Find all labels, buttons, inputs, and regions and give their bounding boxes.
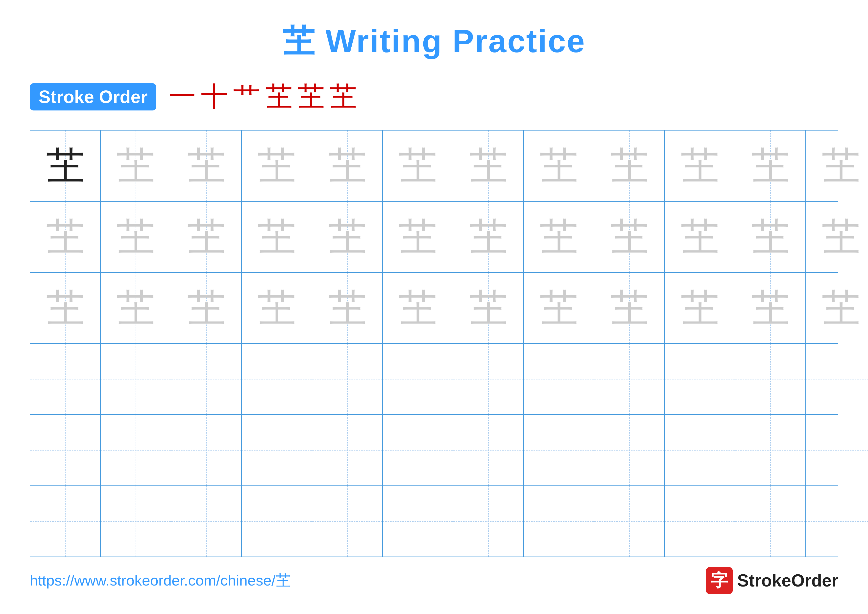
grid-cell[interactable] <box>101 415 171 485</box>
grid-cell[interactable]: 芏 <box>242 202 312 272</box>
cell-char: 芏 <box>187 218 225 256</box>
logo-label: StrokeOrder <box>737 570 838 591</box>
grid-cell[interactable] <box>171 415 242 485</box>
cell-char: 芏 <box>751 147 790 185</box>
grid-cell[interactable] <box>665 344 735 414</box>
grid-cell[interactable] <box>383 486 453 556</box>
grid-cell[interactable]: 芏 <box>101 273 171 343</box>
grid-cell[interactable]: 芏 <box>383 131 453 201</box>
grid-cell[interactable] <box>594 344 665 414</box>
title-char: 芏 <box>282 23 315 59</box>
grid-cell[interactable]: 芏 <box>171 202 242 272</box>
stroke-4: 芏 <box>265 78 293 115</box>
grid-cell[interactable]: 芏 <box>665 202 735 272</box>
grid-cell[interactable]: 芏 <box>101 202 171 272</box>
grid-cell[interactable]: 芏 <box>312 202 383 272</box>
grid-cell[interactable]: 芏 <box>524 273 594 343</box>
grid-cell[interactable]: 芏 <box>30 202 101 272</box>
grid-cell[interactable]: 芏 <box>594 273 665 343</box>
grid-cell[interactable]: 芏 <box>524 131 594 201</box>
grid-cell[interactable]: 芏 <box>806 273 868 343</box>
grid-row: 芏芏芏芏芏芏芏芏芏芏芏芏芏 <box>30 202 838 273</box>
footer: https://www.strokeorder.com/chinese/芏 字 … <box>30 567 838 594</box>
grid-cell[interactable] <box>171 486 242 556</box>
grid-cell[interactable]: 芏 <box>735 131 806 201</box>
cell-char: 芏 <box>681 289 719 327</box>
grid-cell[interactable]: 芏 <box>383 202 453 272</box>
grid-cell[interactable]: 芏 <box>312 273 383 343</box>
grid-cell[interactable] <box>101 486 171 556</box>
grid-cell[interactable]: 芏 <box>735 273 806 343</box>
grid-cell[interactable] <box>242 415 312 485</box>
stroke-order-row: Stroke Order 一 十 艹 芏 芏 芏 <box>30 78 838 115</box>
grid-cell[interactable] <box>806 486 868 556</box>
grid-cell[interactable] <box>242 344 312 414</box>
cell-char: 芏 <box>328 147 366 185</box>
grid-cell[interactable] <box>806 415 868 485</box>
grid-cell[interactable] <box>665 486 735 556</box>
grid-row <box>30 415 838 486</box>
grid-cell[interactable] <box>312 344 383 414</box>
grid-cell[interactable]: 芏 <box>171 273 242 343</box>
grid-cell[interactable]: 芏 <box>30 273 101 343</box>
grid-cell[interactable]: 芏 <box>594 131 665 201</box>
cell-char: 芏 <box>610 218 648 256</box>
grid-cell[interactable] <box>383 344 453 414</box>
grid-cell[interactable] <box>453 486 524 556</box>
grid-cell[interactable] <box>594 486 665 556</box>
cell-char: 芏 <box>257 218 296 256</box>
grid-cell[interactable]: 芏 <box>665 131 735 201</box>
grid-cell[interactable] <box>806 344 868 414</box>
grid-cell[interactable]: 芏 <box>665 273 735 343</box>
grid-cell[interactable]: 芏 <box>30 131 101 201</box>
cell-char: 芏 <box>610 147 648 185</box>
grid-cell[interactable]: 芏 <box>524 202 594 272</box>
stroke-order-badge: Stroke Order <box>30 83 157 110</box>
footer-url[interactable]: https://www.strokeorder.com/chinese/芏 <box>30 570 290 591</box>
title-text: Writing Practice <box>326 23 586 59</box>
grid-cell[interactable]: 芏 <box>594 202 665 272</box>
grid-cell[interactable]: 芏 <box>453 273 524 343</box>
grid-cell[interactable] <box>30 415 101 485</box>
practice-grid: 芏芏芏芏芏芏芏芏芏芏芏芏芏芏芏芏芏芏芏芏芏芏芏芏芏芏芏芏芏芏芏芏芏芏芏芏芏芏芏 <box>30 130 838 557</box>
stroke-6: 芏 <box>330 78 357 115</box>
cell-char: 芏 <box>539 218 578 256</box>
grid-cell[interactable] <box>665 415 735 485</box>
grid-cell[interactable]: 芏 <box>453 131 524 201</box>
grid-cell[interactable]: 芏 <box>101 131 171 201</box>
cell-char: 芏 <box>116 289 155 327</box>
grid-cell[interactable] <box>524 344 594 414</box>
grid-cell[interactable] <box>453 415 524 485</box>
grid-cell[interactable] <box>30 344 101 414</box>
grid-cell[interactable] <box>101 344 171 414</box>
grid-cell[interactable]: 芏 <box>171 131 242 201</box>
grid-cell[interactable] <box>383 415 453 485</box>
grid-cell[interactable]: 芏 <box>242 131 312 201</box>
grid-cell[interactable]: 芏 <box>312 131 383 201</box>
stroke-5: 芏 <box>298 78 325 115</box>
grid-cell[interactable]: 芏 <box>242 273 312 343</box>
grid-cell[interactable] <box>453 344 524 414</box>
grid-cell[interactable] <box>171 344 242 414</box>
grid-cell[interactable] <box>735 415 806 485</box>
grid-cell[interactable] <box>312 415 383 485</box>
grid-cell[interactable]: 芏 <box>806 131 868 201</box>
grid-cell[interactable]: 芏 <box>453 202 524 272</box>
grid-cell[interactable] <box>735 344 806 414</box>
grid-cell[interactable] <box>594 415 665 485</box>
cell-char: 芏 <box>257 289 296 327</box>
grid-cell[interactable] <box>735 486 806 556</box>
cell-char: 芏 <box>398 289 437 327</box>
cell-char: 芏 <box>116 218 155 256</box>
grid-cell[interactable] <box>524 486 594 556</box>
cell-char: 芏 <box>328 289 366 327</box>
grid-cell[interactable]: 芏 <box>383 273 453 343</box>
grid-row: 芏芏芏芏芏芏芏芏芏芏芏芏芏 <box>30 273 838 344</box>
grid-cell[interactable] <box>30 486 101 556</box>
cell-char: 芏 <box>822 289 860 327</box>
grid-cell[interactable]: 芏 <box>806 202 868 272</box>
grid-cell[interactable]: 芏 <box>735 202 806 272</box>
grid-cell[interactable] <box>524 415 594 485</box>
grid-cell[interactable] <box>242 486 312 556</box>
grid-cell[interactable] <box>312 486 383 556</box>
